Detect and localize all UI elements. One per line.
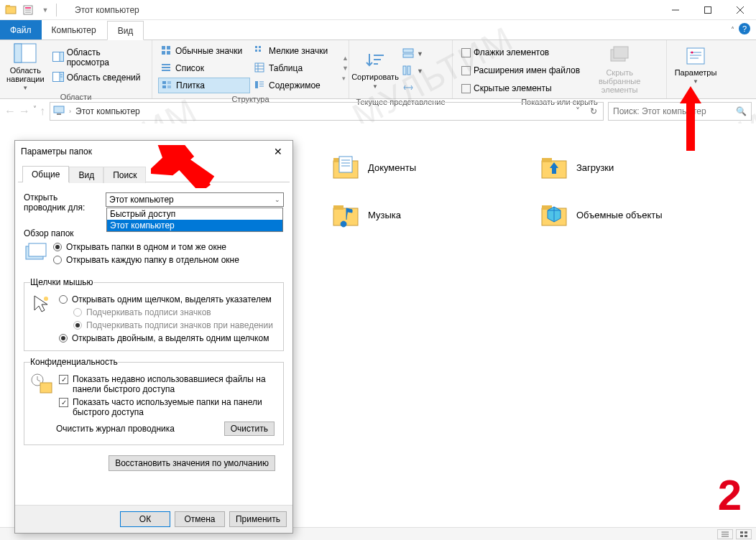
group-by-button[interactable]: ▼ <box>400 46 426 62</box>
folder-3d-objects[interactable]: Объемные объекты <box>539 200 719 230</box>
layout-normal-icons[interactable]: Обычные значки <box>158 43 250 59</box>
svg-rect-33 <box>162 81 166 84</box>
svg-point-87 <box>44 297 48 301</box>
radio-double-click[interactable]: Открывать двойным, а выделять одним щелч… <box>59 332 277 345</box>
ribbon-collapse-icon[interactable]: ˄ <box>731 26 734 34</box>
search-icon[interactable]: 🔍 <box>736 106 747 116</box>
up-button[interactable]: ↑ <box>40 105 45 118</box>
chevron-down-icon: ⌄ <box>275 196 280 203</box>
folder-documents[interactable]: Документы <box>331 152 510 182</box>
close-icon[interactable]: ✕ <box>269 144 287 159</box>
address-bar-row: ← → ˅ ↑ › Этот компьютер ˅ ↻ 🔍 <box>0 99 756 124</box>
clear-history-label: Очистить журнал проводника <box>56 424 210 434</box>
address-dropdown[interactable]: ˅ <box>573 106 583 116</box>
hidden-items-toggle[interactable]: Скрытые элементы <box>458 80 583 96</box>
computer-tab[interactable]: Компьютер <box>42 20 107 39</box>
forward-button[interactable]: → <box>19 105 30 118</box>
svg-rect-59 <box>54 106 64 113</box>
qat-properties-icon[interactable] <box>22 4 34 17</box>
options-button[interactable]: Параметры ▼ <box>673 43 719 87</box>
browse-folders-icon <box>24 241 47 264</box>
ok-button[interactable]: ОК <box>120 511 170 527</box>
checkbox-icon <box>461 84 471 93</box>
qat-dropdown-icon[interactable]: ▼ <box>39 4 52 17</box>
preview-pane-button[interactable]: Область просмотра <box>50 50 146 65</box>
svg-rect-1 <box>6 5 10 7</box>
combo-option-this-pc[interactable]: Этот компьютер <box>107 220 282 231</box>
layout-list[interactable]: Список <box>158 60 250 76</box>
svg-rect-83 <box>745 535 747 537</box>
combo-option-quick-access[interactable]: Быстрый доступ <box>107 208 282 220</box>
details-pane-button[interactable]: Область сведений <box>50 70 146 85</box>
layout-expand[interactable]: ▾ <box>342 75 349 82</box>
svg-rect-63 <box>339 157 352 172</box>
svg-rect-82 <box>740 535 743 537</box>
tab-general[interactable]: Общие <box>22 166 69 182</box>
view-tab[interactable]: Вид <box>107 21 144 40</box>
svg-point-58 <box>691 51 693 53</box>
clear-button[interactable]: Очистить <box>224 422 275 436</box>
radio-icon <box>59 334 68 343</box>
svg-rect-53 <box>614 47 628 58</box>
apply-button[interactable]: Применить <box>229 511 287 527</box>
search-box[interactable]: 🔍 <box>608 102 752 121</box>
layout-scroll-up[interactable]: ▲ <box>342 55 349 62</box>
size-columns-button[interactable] <box>400 80 426 96</box>
open-explorer-for-combo[interactable]: Этот компьютер ⌄ Быстрый доступ Этот ком… <box>106 192 284 207</box>
svg-rect-80 <box>740 531 743 534</box>
icons-view-button[interactable] <box>736 529 752 539</box>
svg-rect-91 <box>40 383 52 393</box>
sort-button[interactable]: Сортировать ▼ <box>355 43 395 96</box>
help-icon[interactable]: ? <box>739 23 750 34</box>
close-button[interactable] <box>724 0 756 20</box>
maximize-button[interactable] <box>691 0 724 20</box>
add-columns-button[interactable]: ▼ <box>400 63 426 79</box>
layout-content[interactable]: Содержимое <box>252 78 338 93</box>
tab-view[interactable]: Вид <box>69 167 103 183</box>
back-button[interactable]: ← <box>4 105 16 118</box>
chevron-down-icon: ▼ <box>693 78 699 85</box>
radio-new-window[interactable]: Открывать каждую папку в отдельном окне <box>53 253 283 266</box>
hide-selected-button: Скрыть выбранные элементы <box>587 43 652 96</box>
file-tab[interactable]: Файл <box>0 20 42 39</box>
window-title: Этот компьютер <box>75 5 139 15</box>
item-checkboxes-toggle[interactable]: Флажки элементов <box>458 45 583 60</box>
chevron-right-icon[interactable]: › <box>69 108 71 115</box>
checkbox-show-recent[interactable]: Показать недавно использовавшиеся файлы … <box>59 373 277 396</box>
breadcrumb-root[interactable]: Этот компьютер <box>75 106 140 116</box>
address-bar[interactable]: › Этот компьютер ˅ ↻ <box>50 102 604 121</box>
layout-tiles[interactable]: Плитка <box>158 78 250 93</box>
svg-rect-60 <box>57 113 61 115</box>
titlebar: ▼ Этот компьютер <box>0 0 756 20</box>
refresh-button[interactable]: ↻ <box>587 106 600 116</box>
preview-pane-label: Область просмотра <box>67 47 143 68</box>
svg-rect-22 <box>255 46 257 48</box>
cancel-button[interactable]: Отмена <box>175 511 225 527</box>
recent-locations[interactable]: ˅ <box>33 105 37 118</box>
open-explorer-for-dropdown: Быстрый доступ Этот компьютер <box>106 208 283 232</box>
chevron-down-icon: ▼ <box>417 68 423 75</box>
layout-scroll-down[interactable]: ▼ <box>342 65 349 72</box>
ribbon: Область навигации ▼ Область просмотра Об… <box>0 40 756 99</box>
minimize-button[interactable] <box>659 0 691 20</box>
radio-underline-hover: Подчеркивать подписи значков при наведен… <box>59 319 277 332</box>
restore-defaults-button[interactable]: Восстановить значения по умолчанию <box>109 455 275 471</box>
radio-same-window[interactable]: Открывать папки в одном и том же окне <box>53 241 283 253</box>
layout-table[interactable]: Таблица <box>252 60 338 76</box>
radio-single-click[interactable]: Открывать одним щелчком, выделять указат… <box>59 293 277 306</box>
layout-small-icons[interactable]: Мелкие значки <box>252 43 338 59</box>
file-extensions-toggle[interactable]: Расширения имен файлов <box>458 62 583 78</box>
folder-music[interactable]: Музыка <box>331 200 510 230</box>
navigation-pane-button[interactable]: Область навигации ▼ <box>6 43 45 91</box>
chevron-down-icon: ▼ <box>417 50 423 57</box>
svg-rect-20 <box>162 51 165 55</box>
search-input[interactable] <box>613 106 736 116</box>
folder-downloads[interactable]: Загрузки <box>539 152 719 182</box>
folder-options-dialog: Параметры папок ✕ Общие Вид Поиск Открыт… <box>14 140 293 534</box>
checkbox-show-frequent[interactable]: Показать часто используемые папки на пан… <box>59 396 277 419</box>
tab-search[interactable]: Поиск <box>103 167 146 183</box>
details-view-button[interactable] <box>717 529 733 539</box>
radio-icon <box>73 321 82 330</box>
svg-rect-49 <box>403 66 406 75</box>
options-label: Параметры <box>675 68 717 77</box>
